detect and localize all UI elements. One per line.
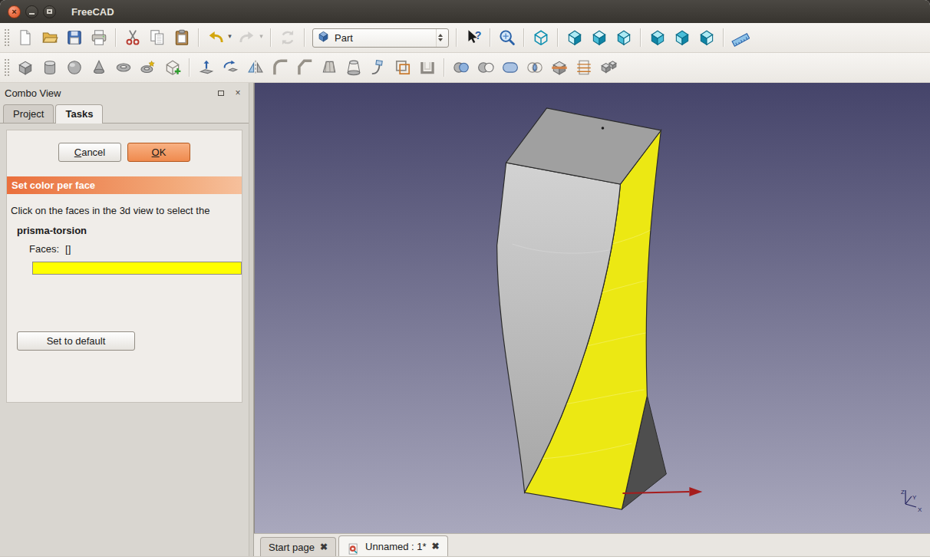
- undo-arrow-dropdown-button[interactable]: ▾: [225, 25, 235, 50]
- measure-distance-button[interactable]: [729, 25, 752, 50]
- print-icon: [90, 28, 108, 47]
- sphere-button[interactable]: [63, 55, 86, 80]
- view-rear-button[interactable]: [646, 25, 669, 50]
- create-primitives-icon: [139, 58, 157, 77]
- view-bottom-button[interactable]: [671, 25, 694, 50]
- window-minimize-button[interactable]: [25, 5, 38, 18]
- ruled-surface-icon: [320, 58, 338, 77]
- cylinder-button[interactable]: [38, 55, 61, 80]
- save-button[interactable]: [63, 25, 86, 50]
- freecad-document-icon: [347, 540, 360, 553]
- extrude-icon: [197, 58, 216, 77]
- box-button[interactable]: [14, 55, 37, 80]
- revolve-button[interactable]: [219, 55, 242, 80]
- sweep-button[interactable]: [367, 55, 390, 80]
- redo-arrow-dropdown-button: ▾: [256, 25, 266, 50]
- window-maximize-button[interactable]: [43, 5, 56, 18]
- cross-sections-button[interactable]: [572, 55, 595, 80]
- fit-all-button[interactable]: [496, 25, 519, 50]
- new-document-button[interactable]: [14, 25, 37, 50]
- refresh-icon: [279, 28, 297, 47]
- thickness-button[interactable]: [416, 55, 439, 80]
- set-to-default-button[interactable]: Set to default: [17, 331, 135, 351]
- toolbar-separator: [640, 28, 641, 47]
- view-front-icon: [566, 28, 584, 47]
- measure-distance-icon: [731, 28, 750, 47]
- offset-button[interactable]: [391, 55, 414, 80]
- view-top-button[interactable]: [588, 25, 611, 50]
- workbench-selector[interactable]: Part: [312, 28, 449, 48]
- cone-button[interactable]: [87, 55, 110, 80]
- loft-button[interactable]: [342, 55, 365, 80]
- tab-project[interactable]: Project: [3, 104, 54, 123]
- workbench-selector-spinner[interactable]: [436, 29, 444, 47]
- open-folder-button[interactable]: [38, 25, 61, 50]
- panel-splitter[interactable]: [249, 83, 254, 556]
- window-close-button[interactable]: ×: [8, 5, 21, 18]
- paste-icon: [173, 28, 191, 47]
- view-front-button[interactable]: [563, 25, 586, 50]
- spin-up-icon: [438, 31, 443, 37]
- freecad-window: × FreeCAD ▾▾Part? Combo View × Project T…: [0, 0, 930, 560]
- tab-close-icon[interactable]: ✖: [432, 542, 440, 551]
- svg-text:?: ?: [475, 29, 482, 41]
- torus-icon: [114, 58, 133, 77]
- toolbar-separator: [304, 28, 305, 47]
- print-button[interactable]: [87, 25, 110, 50]
- cancel-button[interactable]: Cancel: [58, 143, 121, 162]
- whats-this-button[interactable]: ?: [462, 25, 485, 50]
- save-icon: [65, 28, 84, 47]
- tab-start-page[interactable]: Start page ✖: [260, 537, 336, 556]
- open-folder-icon: [41, 28, 59, 47]
- toolbar-grip[interactable]: [4, 28, 10, 47]
- boolean-cut-button[interactable]: [474, 55, 497, 80]
- boolean-union-button[interactable]: [499, 55, 522, 80]
- tab-unnamed-document[interactable]: Unnamed : 1* ✖: [338, 535, 448, 556]
- fillet-icon: [271, 58, 289, 77]
- titlebar[interactable]: × FreeCAD: [0, 0, 930, 23]
- combo-view-panel: Combo View × Project Tasks Cancel OK Set…: [0, 83, 249, 556]
- tab-tasks[interactable]: Tasks: [55, 104, 103, 124]
- view-right-icon: [615, 28, 633, 47]
- torus-button[interactable]: [112, 55, 135, 80]
- copy-button[interactable]: [146, 25, 169, 50]
- boolean-common-button[interactable]: [523, 55, 546, 80]
- panel-undock-icon[interactable]: [215, 87, 227, 99]
- shape-builder-button[interactable]: [161, 55, 184, 80]
- mirror-icon: [246, 58, 265, 77]
- view-right-button[interactable]: [612, 25, 635, 50]
- toolbar-separator: [490, 28, 491, 47]
- faces-label: Faces:: [29, 243, 59, 255]
- cut-scissors-icon: [124, 28, 142, 47]
- extrude-button[interactable]: [195, 55, 218, 80]
- scene-svg: Z Y X: [255, 83, 930, 533]
- redo-arrow-icon: [238, 28, 256, 47]
- ruled-surface-button[interactable]: [318, 55, 341, 80]
- maximize-icon: [47, 9, 52, 14]
- boolean-operation-button[interactable]: [450, 55, 473, 80]
- mirror-button[interactable]: [244, 55, 267, 80]
- standard-toolbar: ▾▾Part?: [0, 23, 930, 53]
- paste-button[interactable]: [170, 25, 193, 50]
- create-primitives-button[interactable]: [137, 55, 160, 80]
- section-button[interactable]: [548, 55, 571, 80]
- cut-scissors-button[interactable]: [121, 25, 144, 50]
- compound-button[interactable]: [597, 55, 620, 80]
- ok-button[interactable]: OK: [127, 143, 190, 162]
- undo-arrow-button[interactable]: [204, 25, 227, 50]
- faces-value: []: [65, 243, 71, 255]
- panel-close-icon[interactable]: ×: [232, 87, 244, 99]
- tasks-panel: Cancel OK Set color per face Click on th…: [0, 124, 249, 556]
- combo-view-header: Combo View ×: [0, 83, 249, 103]
- view-left-button[interactable]: [695, 25, 718, 50]
- viewport-3d[interactable]: Z Y X: [254, 83, 930, 533]
- view-axonometric-button[interactable]: [529, 25, 552, 50]
- tab-close-icon[interactable]: ✖: [320, 542, 328, 552]
- boolean-common-icon: [526, 58, 544, 77]
- boolean-union-icon: [501, 58, 519, 77]
- fillet-button[interactable]: [269, 55, 292, 80]
- toolbar-grip[interactable]: [4, 58, 10, 77]
- cross-sections-icon: [575, 58, 593, 77]
- chamfer-button[interactable]: [293, 55, 316, 80]
- face-color-swatch[interactable]: [32, 262, 242, 275]
